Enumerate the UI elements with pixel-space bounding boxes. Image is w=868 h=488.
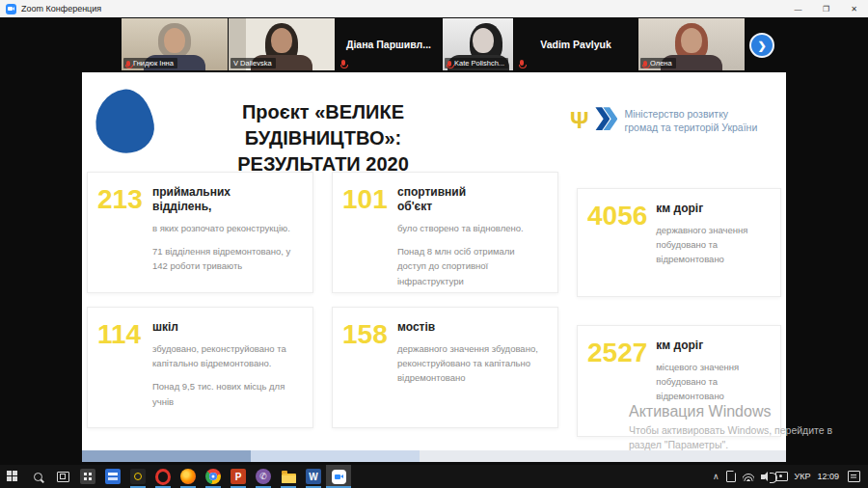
search-button[interactable] xyxy=(25,465,50,488)
word-icon: W xyxy=(306,469,321,484)
keyboard-language[interactable]: УКР xyxy=(795,472,811,481)
maximize-button[interactable]: ❐ xyxy=(812,0,840,17)
tray-chevron-icon[interactable]: ∧ xyxy=(713,472,719,481)
participant-tile[interactable]: Олена xyxy=(638,18,745,70)
participant-name: Діана Паршивл... xyxy=(336,18,442,70)
media-app-icon xyxy=(130,469,146,484)
stat-title: приймальних відділень, xyxy=(152,185,254,214)
participant-tile[interactable]: V Dalievska xyxy=(229,18,335,70)
search-icon xyxy=(34,473,42,481)
document-tray-icon[interactable] xyxy=(726,471,736,482)
speaker-icon[interactable] xyxy=(761,474,765,479)
stat-body: Понад 8 млн осіб отримали доступ до спор… xyxy=(397,244,540,288)
close-button[interactable]: ✕ xyxy=(840,0,868,17)
task-view-button[interactable] xyxy=(50,465,75,488)
window-controls: — ❐ ✕ xyxy=(784,0,868,17)
taskbar-app-firefox[interactable] xyxy=(176,465,201,488)
stat-body: державного значення збудовано, реконстру… xyxy=(397,341,540,386)
stat-value: 101 xyxy=(342,185,389,280)
window-titlebar: Zoom Конференция — ❐ ✕ xyxy=(0,0,868,17)
window-title: Zoom Конференция xyxy=(21,4,101,14)
stat-card-sport-objects: 101 спортивний об'єкт було створено та в… xyxy=(332,172,558,293)
stat-card-schools: 114 шкіл збудовано, реконструйовано та к… xyxy=(87,307,313,428)
participant-tile[interactable]: Kate Polishch... xyxy=(443,18,513,70)
notification-center-icon[interactable] xyxy=(848,471,860,482)
stat-body: було створено та відновлено. xyxy=(397,221,540,235)
chevron-right-icon: ❯ xyxy=(757,40,766,52)
system-tray: ∧ УКР 12:09 xyxy=(713,471,868,482)
stat-value: 114 xyxy=(97,320,144,415)
participant-tile[interactable]: Vadim Pavlyuk xyxy=(514,18,637,70)
stat-title: мостів xyxy=(397,320,499,335)
viber-icon: ✆ xyxy=(256,469,271,484)
stat-value: 213 xyxy=(97,185,144,280)
stat-title: шкіл xyxy=(152,320,254,335)
grid-app-icon xyxy=(80,469,95,484)
minimize-button[interactable]: — xyxy=(784,0,812,17)
trident-icon: Ψ xyxy=(570,109,588,132)
opera-icon xyxy=(155,469,171,485)
zoom-icon xyxy=(332,470,346,484)
powerpoint-icon: P xyxy=(231,469,246,484)
participant-name: Kate Polishch... xyxy=(454,59,504,68)
slide-title-line1: Проєкт «ВЕЛИКЕ БУДІВНИЦТВО»: xyxy=(164,99,482,151)
stat-body: Понад 9,5 тис. нових місць для учнів xyxy=(152,379,295,408)
scrollbar-track[interactable] xyxy=(251,450,420,462)
slide-title: Проєкт «ВЕЛИКЕ БУДІВНИЦТВО»: РЕЗУЛЬТАТИ … xyxy=(164,99,482,177)
start-button[interactable] xyxy=(0,465,25,488)
taskbar-app-word[interactable]: W xyxy=(301,465,326,488)
taskbar: P ✆ W ∧ УКР 12:09 xyxy=(0,465,868,488)
participant-name: V Dalievska xyxy=(233,59,272,68)
stat-body: 71 відділення відремонтовано, у 142 робо… xyxy=(152,244,295,273)
meeting-stage: Гнидюк Інна V Dalievska Діана Паршивл...… xyxy=(0,17,868,465)
camera-icon[interactable] xyxy=(775,472,788,481)
ministry-logo: Ψ Міністерство розвитку громад та терито… xyxy=(570,107,757,134)
big-build-logo xyxy=(92,86,158,157)
stat-title: км доріг xyxy=(656,202,757,216)
stat-title: спортивний об'єкт xyxy=(397,185,499,214)
ministry-name: Міністерство розвитку громад та територі… xyxy=(624,107,757,134)
muted-mic-icon xyxy=(126,61,130,67)
chevrons-icon xyxy=(595,107,617,134)
participant-tile[interactable]: Діана Паршивл... xyxy=(336,18,442,70)
participant-name: Гнидюк Інна xyxy=(133,59,174,68)
taskbar-app-powerpoint[interactable]: P xyxy=(226,465,251,488)
chrome-icon xyxy=(205,469,221,484)
stat-body: в яких розпочато реконструкцію. xyxy=(152,221,295,235)
taskbar-app-panels[interactable] xyxy=(100,465,125,488)
firefox-icon xyxy=(180,469,196,484)
shared-screen-slide: Проєкт «ВЕЛИКЕ БУДІВНИЦТВО»: РЕЗУЛЬТАТИ … xyxy=(82,72,786,450)
participant-name: Vadim Pavlyuk xyxy=(514,18,637,70)
taskbar-app-zoom[interactable] xyxy=(326,465,351,488)
task-view-icon xyxy=(57,472,69,482)
stat-card-receiving-departments: 213 приймальних відділень, в яких розпоч… xyxy=(87,172,313,293)
taskbar-app-file-explorer[interactable] xyxy=(276,465,301,488)
taskbar-app-chrome[interactable] xyxy=(201,465,226,488)
zoom-app-icon xyxy=(6,4,16,14)
stat-title: км доріг xyxy=(656,339,757,353)
muted-mic-icon xyxy=(643,61,647,67)
clock[interactable]: 12:09 xyxy=(817,472,839,481)
participant-name: Олена xyxy=(650,59,672,68)
stat-body: місцевого значення побудовано та відремо… xyxy=(656,360,768,404)
muted-mic-icon xyxy=(448,61,451,67)
file-explorer-icon xyxy=(282,474,296,483)
stat-body: державного значення побудовано та відрем… xyxy=(656,223,768,267)
taskbar-app-media[interactable] xyxy=(125,465,150,488)
next-participants-button[interactable]: ❯ xyxy=(749,33,774,58)
panels-app-icon xyxy=(105,469,121,484)
windows-logo-icon xyxy=(7,471,18,482)
scrollbar-thumb[interactable] xyxy=(82,450,251,462)
stat-body: збудовано, реконструйовано та капітально… xyxy=(152,341,295,370)
taskbar-app-opera[interactable] xyxy=(150,465,176,488)
muted-mic-icon xyxy=(341,60,345,66)
stat-card-state-roads: 4056 км доріг державного значення побудо… xyxy=(577,188,781,297)
stat-value: 4056 xyxy=(587,202,647,284)
network-icon[interactable] xyxy=(743,473,754,481)
participant-tile[interactable]: Гнидюк Інна xyxy=(122,18,228,70)
windows-activation-watermark: Активация Windows Чтобы активировать Win… xyxy=(629,403,860,452)
muted-mic-icon xyxy=(520,60,524,66)
stat-card-bridges: 158 мостів державного значення збудовано… xyxy=(332,307,558,428)
taskbar-app-viber[interactable]: ✆ xyxy=(251,465,276,488)
taskbar-app-grid[interactable] xyxy=(75,465,100,488)
